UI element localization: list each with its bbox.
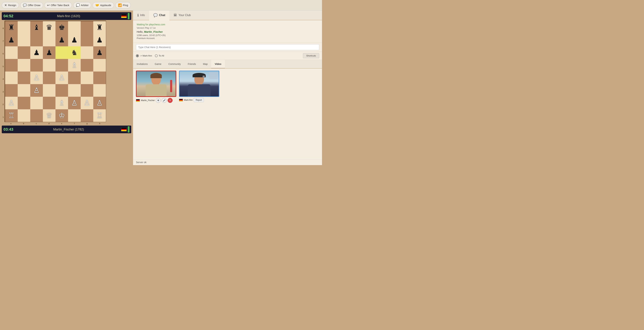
cell-d2[interactable] [43, 97, 56, 109]
cell-g8[interactable] [81, 21, 93, 34]
cell-b7[interactable] [18, 34, 30, 46]
cell-d5[interactable] [43, 59, 56, 71]
cell-e2[interactable]: ♗ [56, 97, 68, 109]
cell-a4[interactable] [5, 71, 18, 84]
cell-e1[interactable]: ♔ [56, 109, 68, 122]
tab-your-club[interactable]: 🏛 Your Club [170, 10, 195, 20]
cell-h7[interactable]: ♟ [93, 34, 106, 46]
cell-g3[interactable] [81, 84, 93, 97]
cell-h1[interactable]: ♖ [93, 109, 106, 122]
resign-button[interactable]: ✕ Resign [2, 2, 19, 8]
chat-input[interactable] [136, 44, 319, 50]
cell-d1[interactable]: ♕ [43, 109, 56, 122]
cell-a6[interactable] [5, 46, 18, 59]
cell-h3[interactable] [93, 84, 106, 97]
radio-to-all[interactable]: To All [155, 54, 164, 57]
hello-text: Hello, Martin_Fischer [137, 30, 318, 33]
cell-b2[interactable] [18, 97, 30, 109]
cell-f3[interactable] [68, 84, 81, 97]
cell-a1[interactable]: ♖ [5, 109, 18, 122]
cell-h2[interactable]: ♙ [93, 97, 106, 109]
tab-community[interactable]: Community [165, 60, 184, 68]
video-frame-1 [136, 71, 176, 97]
cell-d6[interactable]: ♟ [43, 46, 56, 59]
cell-f6[interactable]: ♞ [68, 46, 81, 59]
cell-e4[interactable]: ♙ [56, 71, 68, 84]
cell-g4[interactable] [81, 71, 93, 84]
close-btn-1[interactable]: ✕ [168, 98, 172, 103]
chessboard[interactable]: ♜ ♝ ♛ ♚ ♜ ♟ [4, 21, 106, 122]
club-tab-label: Your Club [178, 14, 191, 17]
shortcuts-label: Shortcuts [306, 54, 316, 57]
cell-f2[interactable]: ♙ [68, 97, 81, 109]
cell-e6[interactable] [56, 46, 68, 59]
cell-d8[interactable]: ♛ [43, 21, 56, 34]
cell-g1[interactable] [81, 109, 93, 122]
offer-takeback-button[interactable]: ↩ Offer Take Back [44, 2, 72, 8]
cell-h5[interactable] [93, 59, 106, 71]
cell-b4[interactable] [18, 71, 30, 84]
cell-b5[interactable] [18, 59, 30, 71]
cell-h4[interactable] [93, 71, 106, 84]
cell-g7[interactable] [81, 34, 93, 46]
cell-b1[interactable] [18, 109, 30, 122]
cell-f5[interactable]: ♗ [68, 59, 81, 71]
arbiter-label: Arbiter [81, 4, 88, 7]
video-tab-label: Video [215, 63, 222, 65]
cell-e3[interactable] [56, 84, 68, 97]
mic-btn-1[interactable]: 🎤 [162, 98, 166, 103]
tab-video[interactable]: Video [211, 60, 225, 68]
cell-b3[interactable] [18, 84, 30, 97]
cell-d3[interactable] [43, 84, 56, 97]
tab-friends[interactable]: Friends [184, 60, 200, 68]
cell-f8[interactable] [68, 21, 81, 34]
applaude-button[interactable]: 🤝 Applaude [92, 2, 114, 8]
cell-e8[interactable]: ♚ [56, 21, 68, 34]
cell-f7[interactable]: ♟ [68, 34, 81, 46]
row-4: 4 [2, 73, 4, 85]
cell-c2[interactable] [30, 97, 43, 109]
tab-chat[interactable]: 💬 Chat [149, 10, 170, 20]
cell-e7[interactable]: ♟ [56, 34, 68, 46]
cell-d7[interactable] [43, 34, 56, 46]
cell-b8[interactable] [18, 21, 30, 34]
info-tab-label: Info [140, 14, 145, 17]
cell-d4[interactable] [43, 71, 56, 84]
cell-h6[interactable]: ♟ [93, 46, 106, 59]
cell-a3[interactable] [5, 84, 18, 97]
tab-info[interactable]: ℹ Info [133, 10, 149, 20]
cell-a5[interactable] [5, 59, 18, 71]
ping-button[interactable]: 📶 Ping [115, 2, 131, 8]
radio-mark-finn[interactable]: -> Mark-finn [136, 54, 152, 57]
hello-prefix: Hello, [137, 30, 144, 33]
status-bar: Server ok [133, 159, 322, 165]
cell-c1[interactable] [30, 109, 43, 122]
cell-c7[interactable] [30, 34, 43, 46]
settings-btn-1[interactable]: ⚙ [156, 98, 161, 103]
chat-tab-label: Chat [159, 14, 166, 17]
cell-g6[interactable] [81, 46, 93, 59]
cell-e5[interactable] [56, 59, 68, 71]
cell-f4[interactable] [68, 71, 81, 84]
cell-c4[interactable]: ♙ [30, 71, 43, 84]
shortcuts-button[interactable]: Shortcuts [303, 53, 319, 58]
offer-draw-button[interactable]: 💬 Offer Draw [20, 2, 43, 8]
cell-a7[interactable]: ♟ [5, 34, 18, 46]
resign-label: Resign [8, 4, 16, 7]
cell-f1[interactable] [68, 109, 81, 122]
cell-a2[interactable]: ♙ [5, 97, 18, 109]
report-button[interactable]: Report [194, 98, 204, 102]
cell-c3[interactable]: ♙ [30, 84, 43, 97]
cell-h8[interactable]: ♜ [93, 21, 106, 34]
cell-b6[interactable] [18, 46, 30, 59]
cell-g5[interactable] [81, 59, 93, 71]
tab-map[interactable]: Map [200, 60, 211, 68]
tab-invitations[interactable]: Invitations [133, 60, 151, 68]
cell-c6[interactable]: ♟ [30, 46, 43, 59]
cell-c5[interactable] [30, 59, 43, 71]
cell-a8[interactable]: ♜ [5, 21, 18, 34]
tab-game[interactable]: Game [151, 60, 165, 68]
cell-c8[interactable]: ♝ [30, 21, 43, 34]
arbiter-button[interactable]: 💭 Arbiter [73, 2, 91, 8]
cell-g2[interactable]: ♙ [81, 97, 93, 109]
